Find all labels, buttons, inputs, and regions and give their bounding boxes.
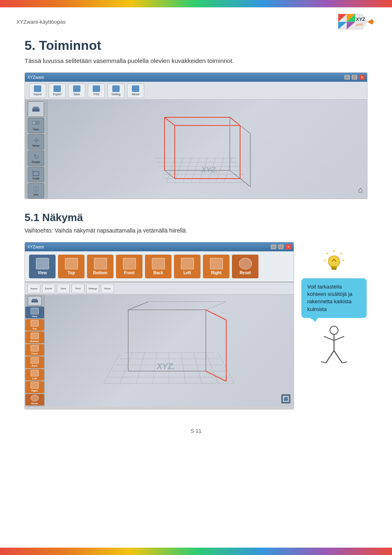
svg-line-78 bbox=[340, 253, 342, 254]
svg-rect-46 bbox=[31, 300, 38, 301]
view-btn-left[interactable]: Left bbox=[174, 255, 200, 278]
app2-export-btn[interactable]: Export bbox=[42, 284, 55, 293]
sidebar-scale-icon[interactable]: Scale bbox=[28, 167, 44, 182]
sidebar-view-icon[interactable]: View bbox=[28, 118, 44, 133]
app2-sidebar-left[interactable]: Left bbox=[25, 369, 44, 380]
about-label: About bbox=[132, 93, 139, 96]
callout-text: Voit tarkastella kohteen sisältöjä ja ra… bbox=[307, 284, 353, 312]
app2-close-btn[interactable]: ✕ bbox=[285, 244, 291, 249]
page-number-text: S 11 bbox=[191, 428, 202, 434]
app2-sidebar-back[interactable]: Back bbox=[25, 356, 44, 368]
svg-line-80 bbox=[326, 253, 328, 254]
svg-line-68 bbox=[128, 302, 149, 310]
reset-icon-shape bbox=[239, 258, 252, 269]
app2-corner-icon[interactable] bbox=[281, 394, 290, 403]
svg-rect-13 bbox=[36, 121, 39, 124]
minimize-btn[interactable]: ─ bbox=[344, 75, 350, 80]
sidebar-back-icon-small bbox=[31, 357, 39, 364]
save-btn[interactable]: Save bbox=[68, 83, 85, 98]
app2-print-btn[interactable]: Print bbox=[71, 284, 85, 293]
right-icon-shape bbox=[210, 258, 223, 269]
sidebar-move-label: Move bbox=[32, 144, 39, 147]
svg-line-60 bbox=[181, 353, 185, 383]
svg-line-88 bbox=[334, 336, 344, 340]
setting-btn[interactable]: Setting bbox=[107, 83, 125, 98]
callout-container: Voit tarkastella kohteen sisältöjä ja ra… bbox=[294, 242, 368, 367]
svg-line-57 bbox=[136, 353, 145, 383]
import-btn[interactable]: Import bbox=[29, 83, 46, 98]
bottom-icon-shape bbox=[94, 258, 107, 269]
app2-import-btn[interactable]: Import bbox=[27, 284, 40, 293]
sidebar-reset-icon-small bbox=[31, 395, 39, 401]
maximize-btn[interactable]: □ bbox=[352, 75, 357, 80]
app2-sidebar-bottom[interactable]: Bottom bbox=[25, 331, 44, 343]
app1-titlebar: XYZware ─ □ ✕ bbox=[25, 73, 367, 82]
about-btn[interactable]: About bbox=[127, 83, 144, 98]
app2-minimize-btn[interactable]: ─ bbox=[271, 244, 276, 249]
svg-line-33 bbox=[230, 117, 240, 125]
app2-about-btn[interactable]: About bbox=[101, 284, 114, 293]
view-btn-top[interactable]: Top bbox=[58, 255, 85, 278]
bottom-rainbow-bar bbox=[0, 548, 392, 555]
app2-title-text: XYZware bbox=[27, 245, 44, 249]
home-icon[interactable]: ⌂ bbox=[358, 185, 363, 195]
close-btn[interactable]: ✕ bbox=[359, 75, 365, 80]
svg-line-32 bbox=[165, 117, 175, 125]
view-btn-reset[interactable]: Reset bbox=[232, 255, 258, 278]
view-btn-bottom[interactable]: Bottom bbox=[87, 255, 114, 278]
svg-text:XYZ: XYZ bbox=[356, 16, 365, 22]
svg-line-58 bbox=[153, 353, 157, 383]
3d-box-wireframe-2: XYZ. bbox=[87, 298, 251, 404]
app2-maximize-btn[interactable]: □ bbox=[278, 244, 284, 249]
svg-line-87 bbox=[324, 336, 334, 340]
title-bar-controls: ─ □ ✕ bbox=[344, 75, 365, 80]
export-label: Export bbox=[53, 93, 61, 96]
setting-label: Setting bbox=[111, 93, 120, 96]
back-icon-shape bbox=[152, 258, 165, 269]
sidebar-move-icon[interactable]: ✛ Move bbox=[28, 134, 44, 150]
callout-arrow bbox=[312, 318, 318, 322]
main-content: 5. Toiminnot Tässä luvussa selitetään va… bbox=[0, 34, 392, 469]
svg-line-56 bbox=[120, 353, 132, 383]
svg-rect-10 bbox=[33, 107, 39, 108]
app2-save-btn[interactable]: Save bbox=[57, 284, 70, 293]
front-icon-shape bbox=[123, 258, 136, 269]
app2-toolbar-small: Import Export Save Print Settings About bbox=[25, 282, 294, 295]
app2-sidebar-top[interactable]: Top bbox=[25, 319, 44, 331]
app1-viewport: XYZ. bbox=[47, 100, 367, 199]
view-btn-right[interactable]: Right bbox=[203, 255, 229, 278]
view-btn-front[interactable]: Front bbox=[116, 255, 143, 278]
about-icon bbox=[132, 85, 139, 92]
svg-line-69 bbox=[206, 302, 226, 310]
svg-rect-14 bbox=[33, 172, 39, 176]
sidebar-rotate-label: Rotate bbox=[32, 161, 40, 163]
logo-area: XYZ print bbox=[335, 11, 376, 32]
app-screenshot-2: XYZware ─ □ ✕ View Top bbox=[24, 242, 294, 410]
view-btn-back[interactable]: Back bbox=[145, 255, 172, 278]
section-51-description: Vaihtoehto: Vaihda näkymät napsauttamall… bbox=[24, 227, 368, 234]
app2-sidebar-right[interactable]: Right bbox=[25, 381, 44, 393]
app2-sidebar-stack[interactable] bbox=[28, 296, 42, 306]
view-btn-view[interactable]: View bbox=[29, 255, 56, 278]
print-label: Print bbox=[94, 93, 99, 96]
app2-sidebar-front[interactable]: Front bbox=[25, 344, 44, 356]
print-btn[interactable]: Print bbox=[88, 83, 105, 98]
sidebar-rotate-icon[interactable]: ↻ Rotate bbox=[28, 150, 44, 166]
app2-settings-btn[interactable]: Settings bbox=[86, 284, 99, 293]
export-btn[interactable]: Export bbox=[49, 83, 66, 98]
sidebar-right-icon-small bbox=[31, 382, 39, 389]
sidebar-info-icon[interactable]: ⓘ Info bbox=[28, 183, 44, 199]
app2-sidebar-view[interactable]: View bbox=[25, 307, 44, 318]
top-icon-shape bbox=[65, 258, 78, 269]
sidebar-stack-icon[interactable] bbox=[28, 101, 44, 117]
view-btn-front-label: Front bbox=[124, 271, 135, 275]
header: XYZware-käyttöopas XYZ print bbox=[0, 7, 392, 34]
svg-point-82 bbox=[328, 256, 340, 267]
view-btn-view-label: View bbox=[38, 271, 47, 275]
sidebar-view-icon-small bbox=[31, 308, 39, 314]
svg-text:XYZ.: XYZ. bbox=[201, 166, 218, 174]
app2-sidebar-reset[interactable]: Reset bbox=[25, 394, 44, 405]
3d-box-wireframe: XYZ. bbox=[142, 109, 273, 199]
sidebar-front-icon-small bbox=[31, 345, 39, 351]
app-screenshot-1: XYZware ─ □ ✕ Import Export Save bbox=[24, 72, 368, 199]
